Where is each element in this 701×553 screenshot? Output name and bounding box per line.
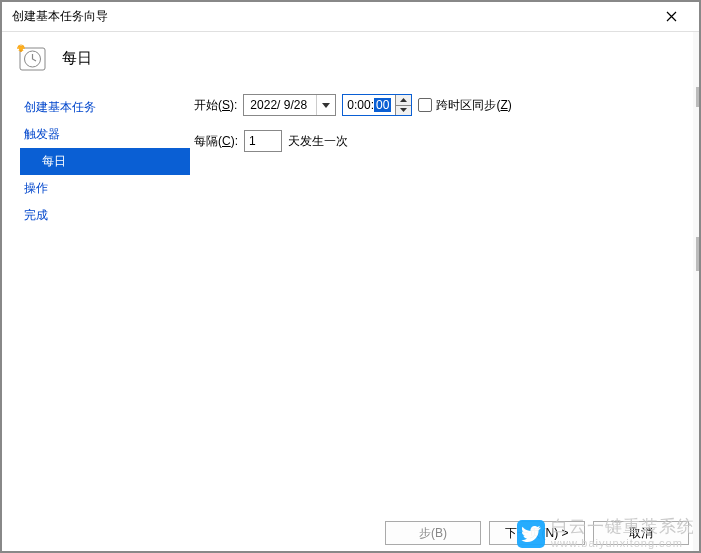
close-button[interactable] <box>649 3 693 31</box>
recur-days-input[interactable] <box>244 130 282 152</box>
recur-row: 每隔(C): 天发生一次 <box>194 130 681 152</box>
dialog-window: 创建基本任务向导 每日 创建基本任务 触发器 每日 操作 完成 开始( <box>1 1 700 552</box>
date-dropdown-arrow[interactable] <box>317 103 335 108</box>
wizard-body: 创建基本任务 触发器 每日 操作 完成 开始(S): 2022/ 9/28 0:… <box>2 94 699 474</box>
sidebar-item-action[interactable]: 操作 <box>20 175 190 202</box>
sidebar-item-finish[interactable]: 完成 <box>20 202 190 229</box>
close-icon <box>666 11 677 22</box>
recur-suffix-label: 天发生一次 <box>288 133 348 150</box>
sidebar-item-create-task[interactable]: 创建基本任务 <box>20 94 190 121</box>
next-button[interactable]: 下一页(N) > <box>489 521 585 545</box>
wizard-footer: 步(B) 下一页(N) > 取消 <box>385 521 689 545</box>
chevron-down-icon <box>322 103 330 108</box>
wizard-sidebar: 创建基本任务 触发器 每日 操作 完成 <box>20 94 190 474</box>
checkbox-box <box>418 98 432 112</box>
start-time-spinner[interactable]: 0:00:00 <box>342 94 412 116</box>
start-date-picker[interactable]: 2022/ 9/28 <box>243 94 336 116</box>
time-spin-up[interactable] <box>396 95 411 106</box>
start-time-value: 0:00:00 <box>343 95 395 115</box>
sidebar-item-daily[interactable]: 每日 <box>20 148 190 175</box>
recur-label: 每隔(C): <box>194 133 238 150</box>
sync-timezone-checkbox[interactable]: 跨时区同步(Z) <box>418 97 511 114</box>
cancel-button[interactable]: 取消 <box>593 521 689 545</box>
page-title: 每日 <box>62 49 92 68</box>
window-title: 创建基本任务向导 <box>12 8 649 25</box>
sync-timezone-label: 跨时区同步(Z) <box>436 97 511 114</box>
sidebar-item-trigger[interactable]: 触发器 <box>20 121 190 148</box>
back-button[interactable]: 步(B) <box>385 521 481 545</box>
time-spin-down[interactable] <box>396 106 411 116</box>
time-spinner-buttons <box>395 95 411 115</box>
wizard-content: 开始(S): 2022/ 9/28 0:00:00 <box>190 94 681 474</box>
chevron-down-icon <box>400 108 407 112</box>
chevron-up-icon <box>400 98 407 102</box>
start-row: 开始(S): 2022/ 9/28 0:00:00 <box>194 94 681 116</box>
wizard-icon <box>16 42 48 74</box>
wizard-header: 每日 <box>2 32 699 94</box>
right-scroll-edge <box>693 32 699 551</box>
start-label: 开始(S): <box>194 97 237 114</box>
start-date-value: 2022/ 9/28 <box>244 98 316 112</box>
title-bar: 创建基本任务向导 <box>2 2 699 32</box>
